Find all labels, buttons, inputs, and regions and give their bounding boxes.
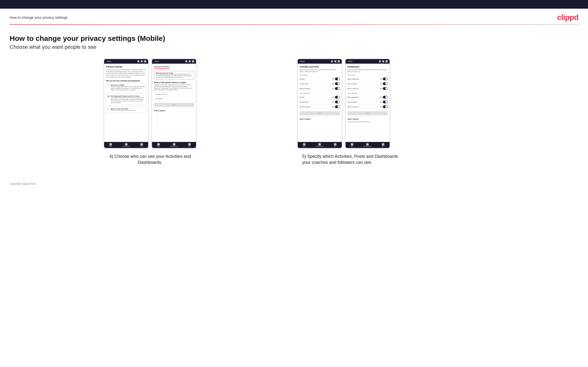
help-desc-4: Visit our Clippd community to troublesho…: [347, 121, 388, 123]
screenshots-pair-1: ‹ Back Privacy Controls Control how you …: [104, 59, 196, 148]
dropdown-youcoach[interactable]: Only You and Your Coach Only you and the…: [154, 71, 194, 80]
save-btn-2[interactable]: Save: [154, 103, 194, 107]
phone-1-section-desc: Control how you and your data appears to…: [106, 69, 146, 78]
followers-label-3: FOLLOWERS: [300, 93, 340, 94]
toggle-coaches-what-work-toggle[interactable]: ON: [380, 87, 388, 90]
help-support-3: Help & Support: [300, 117, 340, 121]
toggle-coaches-manual: Manual Activities ON: [300, 86, 340, 91]
phone-4-icons: [379, 60, 388, 62]
radio-approved[interactable]: [107, 96, 109, 98]
nav-dashboards[interactable]: Dashboards ›: [154, 97, 194, 101]
toggle-followers-round-insights-name: Round Insights: [347, 101, 357, 103]
toggle-followers-manual-name: Manual Activities: [300, 106, 311, 108]
more-icon[interactable]: [144, 60, 146, 62]
toggle-followers-drills-toggle[interactable]: ON: [332, 101, 340, 103]
toggle-coaches-drills: Practice Drills ON: [300, 81, 340, 86]
toggle-followers-drills-name: Practice Drills: [300, 101, 309, 103]
toggle-followers-player-dash: Player Dashboard ON: [347, 95, 388, 100]
user-icon-2[interactable]: [189, 60, 191, 62]
user-icon-3[interactable]: [334, 60, 337, 62]
performance-icon: [125, 143, 128, 146]
nav-menu[interactable]: Menu: [140, 143, 143, 147]
toggle-followers-round-insights: Round Insights ON: [347, 100, 388, 104]
save-btn-4[interactable]: Save: [347, 111, 388, 115]
toggle-coaches-drills-toggle[interactable]: ON: [332, 82, 340, 85]
toggle-coaches-round-insights-toggle[interactable]: ON: [380, 82, 388, 85]
phone-4-body: Dashboards Select the dashboards that yo…: [346, 64, 389, 141]
nav-performance[interactable]: My Performance: [122, 143, 130, 147]
nav-performance-label-2: My Performance: [170, 146, 178, 147]
phone-4-back[interactable]: ‹ Back: [347, 60, 353, 62]
menu-icon: [140, 143, 143, 146]
toggle-coaches-rounds-name: Rounds: [300, 78, 305, 80]
more-icon-3[interactable]: [338, 60, 340, 62]
toggle-coaches-player-dash-toggle[interactable]: ON: [380, 78, 388, 80]
nav-activities-posts[interactable]: Activities and Posts ›: [154, 92, 194, 97]
more-icon-4[interactable]: [386, 60, 388, 62]
nav-activities-arrow: ›: [192, 94, 193, 95]
toggle-coaches-what-work: What To Work On ON: [347, 86, 388, 91]
toggle-followers-player-dash-toggle[interactable]: ON: [380, 96, 388, 99]
phone-4: ‹ Back Dashboards Select the dashboards …: [345, 59, 390, 148]
nav-home-label: Home: [109, 146, 112, 147]
nav-menu-4[interactable]: Menu: [382, 143, 384, 147]
show-hide-title: Show or hide specific features in Clippd: [154, 82, 194, 83]
toggle-followers-manual-toggle[interactable]: ON: [332, 105, 340, 108]
nav-performance-3[interactable]: My Performance: [316, 143, 324, 147]
search-icon[interactable]: [137, 60, 139, 62]
phone-2-back[interactable]: ‹ Back: [154, 60, 159, 62]
radio-everyone[interactable]: [107, 84, 109, 86]
toggle-followers-round-insights-toggle[interactable]: ON: [380, 101, 388, 103]
phone-4-section-desc: Select the dashboards that you'd like to…: [347, 69, 388, 73]
top-bar: [0, 0, 588, 9]
phone-1-back[interactable]: ‹ Back: [106, 60, 111, 62]
option-approved[interactable]: Only Approved Followers and Your Coach O…: [106, 94, 146, 105]
toggle-coaches-manual-toggle[interactable]: ON: [332, 87, 340, 90]
toggle-followers-manual: Manual Activities ON: [300, 104, 340, 109]
phone-3-icons: [331, 60, 340, 62]
phone-3-section-desc: Select the types of activity that you'd …: [300, 69, 340, 73]
toggle-followers-what-work-toggle[interactable]: ON: [380, 105, 388, 108]
phone-2-icons: [185, 60, 194, 62]
search-icon-2[interactable]: [185, 60, 187, 62]
dropdown-youcoach-desc: Only you and the coaches you connect wit…: [156, 74, 192, 78]
nav-performance-label: My Performance: [122, 146, 130, 147]
performance-icon-4: [366, 143, 369, 146]
logo: clippd: [557, 13, 578, 22]
nav-menu-3[interactable]: Menu: [334, 143, 337, 147]
phone-3-section-title: Activities and Posts: [300, 66, 340, 68]
toggle-coaches-rounds: Rounds ON: [300, 77, 340, 81]
header-title: How to change your privacy settings: [10, 15, 68, 19]
toggle-coaches-rounds-toggle[interactable]: ON: [332, 78, 340, 80]
user-icon-4[interactable]: [382, 60, 384, 62]
search-icon-3[interactable]: [331, 60, 333, 62]
phone-3-back[interactable]: ‹ Back: [300, 60, 305, 62]
nav-menu-2[interactable]: Menu: [188, 143, 191, 147]
option-youcoach-desc: Only you and the coaches you connect wit…: [111, 109, 135, 111]
home-icon-2: [157, 143, 160, 146]
toggle-followers-rounds-toggle[interactable]: ON: [332, 96, 340, 99]
nav-home-2[interactable]: Home: [157, 143, 160, 147]
toggle-followers-what-work: What To Work On ON: [347, 104, 388, 109]
more-icon-2[interactable]: [192, 60, 194, 62]
toggle-coaches-player-dash-name: Player Dashboard: [347, 78, 359, 80]
radio-youcoach[interactable]: [107, 108, 109, 110]
save-btn-3[interactable]: Save: [300, 111, 340, 115]
coaches-label-4: COACHES: [347, 75, 388, 76]
phone-3-body: Activities and Posts Select the types of…: [298, 64, 342, 141]
nav-home-4[interactable]: Home: [351, 143, 354, 147]
user-icon[interactable]: [141, 60, 143, 62]
option-youcoach[interactable]: Only You and Your Coach Only you and the…: [106, 107, 146, 113]
toggle-coaches-player-dash: Player Dashboard ON: [347, 77, 388, 81]
nav-home[interactable]: Home: [109, 143, 112, 147]
nav-performance-4[interactable]: My Performance: [364, 143, 372, 147]
phone-4-section-title: Dashboards: [347, 66, 388, 68]
screenshots-pair-2: ‹ Back Activities and Posts Select the t…: [297, 59, 390, 148]
phone-2-body: Privacy Controls Only You and Your Coach…: [152, 64, 196, 141]
search-icon-4[interactable]: [379, 60, 381, 62]
nav-dashboards-arrow: ›: [192, 98, 193, 100]
help-support-2: Help & Support: [154, 108, 194, 112]
nav-home-3[interactable]: Home: [303, 143, 306, 147]
nav-performance-2[interactable]: My Performance: [170, 143, 178, 147]
option-everyone[interactable]: Everyone on Clippd Everyone on Clippd ca…: [106, 83, 146, 92]
